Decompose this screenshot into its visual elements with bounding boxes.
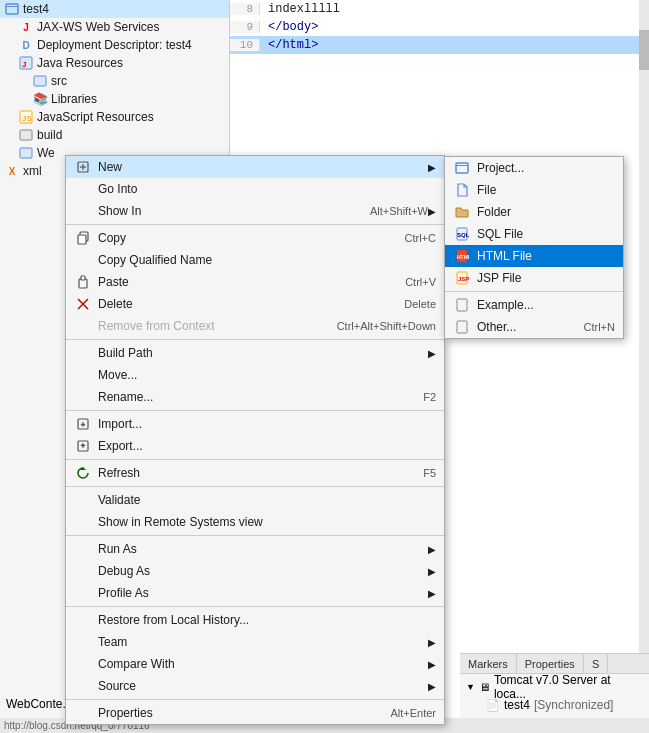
tree-item-jax-ws[interactable]: J JAX-WS Web Services xyxy=(0,18,229,36)
menu-item-profile-as[interactable]: Profile As ▶ xyxy=(66,582,444,604)
team-arrow: ▶ xyxy=(428,637,436,648)
tree-label-java-res: Java Resources xyxy=(37,56,123,70)
profile-as-icon xyxy=(74,584,92,602)
submenu-item-folder[interactable]: Folder xyxy=(445,201,623,223)
line-num-8: 8 xyxy=(230,3,260,15)
build-path-icon xyxy=(74,344,92,362)
tree-item-java-res[interactable]: J Java Resources xyxy=(0,54,229,72)
submenu-item-html[interactable]: HTML HTML File xyxy=(445,245,623,267)
menu-item-show-remote[interactable]: Show in Remote Systems view xyxy=(66,511,444,533)
menu-item-restore-history[interactable]: Restore from Local History... xyxy=(66,609,444,631)
submenu-item-sql[interactable]: SQL SQL File xyxy=(445,223,623,245)
project-check-icon: 📄 xyxy=(486,699,500,712)
import-icon xyxy=(74,415,92,433)
submenu-label-sql: SQL File xyxy=(477,227,523,241)
submenu-label-jsp: JSP File xyxy=(477,271,521,285)
submenu-label-file: File xyxy=(477,183,496,197)
menu-label-remove-context: Remove from Context xyxy=(98,319,317,333)
project-sub-icon xyxy=(453,159,471,177)
submenu-item-file[interactable]: File xyxy=(445,179,623,201)
expand-arrow: ▼ xyxy=(466,682,475,692)
submenu-item-other[interactable]: Other... Ctrl+N xyxy=(445,316,623,338)
menu-item-delete[interactable]: Delete Delete xyxy=(66,293,444,315)
tree-label-test4: test4 xyxy=(23,2,49,16)
svg-rect-13 xyxy=(456,165,468,166)
js-icon: JS xyxy=(18,109,34,125)
menu-item-copy-qualified[interactable]: Copy Qualified Name xyxy=(66,249,444,271)
compare-with-icon xyxy=(74,655,92,673)
tree-item-build[interactable]: build xyxy=(0,126,229,144)
svg-rect-23 xyxy=(78,235,86,244)
submenu-item-jsp[interactable]: JSP JSP File xyxy=(445,267,623,289)
menu-item-team[interactable]: Team ▶ xyxy=(66,631,444,653)
tree-item-src[interactable]: src xyxy=(0,72,229,90)
show-in-icon xyxy=(74,202,92,220)
menu-item-remove-context: Remove from Context Ctrl+Alt+Shift+Down xyxy=(66,315,444,337)
profile-as-arrow: ▶ xyxy=(428,588,436,599)
tree-item-deploy[interactable]: D Deployment Descriptor: test4 xyxy=(0,36,229,54)
menu-item-show-in[interactable]: Show In Alt+Shift+W ▶ xyxy=(66,200,444,222)
menu-label-compare-with: Compare With xyxy=(98,657,428,671)
copy-qualified-icon xyxy=(74,251,92,269)
sep-4 xyxy=(66,459,444,460)
submenu-item-example[interactable]: Example... xyxy=(445,294,623,316)
tree-label-libraries: Libraries xyxy=(51,92,97,106)
menu-item-run-as[interactable]: Run As ▶ xyxy=(66,538,444,560)
html-sub-icon: HTML xyxy=(453,247,471,265)
go-into-icon xyxy=(74,180,92,198)
sep-8 xyxy=(66,699,444,700)
submenu-label-folder: Folder xyxy=(477,205,511,219)
menu-item-rename[interactable]: Rename... F2 xyxy=(66,386,444,408)
menu-item-debug-as[interactable]: Debug As ▶ xyxy=(66,560,444,582)
menu-item-import[interactable]: Import... xyxy=(66,413,444,435)
other-sub-icon xyxy=(453,318,471,336)
tab-properties[interactable]: Properties xyxy=(517,654,584,673)
show-in-arrow: ▶ xyxy=(428,206,436,217)
refresh-shortcut: F5 xyxy=(403,467,436,479)
tab-markers[interactable]: Markers xyxy=(460,654,517,673)
project-name: test4 xyxy=(504,698,530,712)
tree-item-js-res[interactable]: JS JavaScript Resources xyxy=(0,108,229,126)
rename-icon xyxy=(74,388,92,406)
tree-label-js-res: JavaScript Resources xyxy=(37,110,154,124)
menu-label-show-in: Show In xyxy=(98,204,350,218)
menu-item-new[interactable]: New ▶ Project... File xyxy=(66,156,444,178)
arrow-new: ▶ xyxy=(428,162,436,173)
menu-item-build-path[interactable]: Build Path ▶ xyxy=(66,342,444,364)
scrollbar-vertical[interactable] xyxy=(639,0,649,733)
menu-item-export[interactable]: Export... xyxy=(66,435,444,457)
move-icon xyxy=(74,366,92,384)
submenu-label-other: Other... xyxy=(477,320,516,334)
submenu-label-project: Project... xyxy=(477,161,524,175)
menu-item-paste[interactable]: Paste Ctrl+V xyxy=(66,271,444,293)
svg-rect-7 xyxy=(20,130,32,140)
svg-rect-20 xyxy=(457,299,467,311)
menu-item-move[interactable]: Move... xyxy=(66,364,444,386)
tree-item-libraries[interactable]: 📚 Libraries xyxy=(0,90,229,108)
code-line-8: 8 indexlllll xyxy=(230,0,649,18)
copy-shortcut: Ctrl+C xyxy=(385,232,436,244)
menu-item-copy[interactable]: Copy Ctrl+C xyxy=(66,227,444,249)
menu-item-validate[interactable]: Validate xyxy=(66,489,444,511)
svg-rect-0 xyxy=(6,4,18,14)
show-in-shortcut: Alt+Shift+W xyxy=(350,205,428,217)
menu-label-properties: Properties xyxy=(98,706,370,720)
server-item[interactable]: ▼ 🖥 Tomcat v7.0 Server at loca... xyxy=(466,678,643,696)
menu-label-import: Import... xyxy=(98,417,436,431)
example-sub-icon xyxy=(453,296,471,314)
menu-label-new: New xyxy=(98,160,428,174)
tab-s[interactable]: S xyxy=(584,654,608,673)
menu-item-source[interactable]: Source ▶ xyxy=(66,675,444,697)
menu-item-go-into[interactable]: Go Into xyxy=(66,178,444,200)
submenu-item-project[interactable]: Project... xyxy=(445,157,623,179)
tree-item-test4[interactable]: test4 xyxy=(0,0,229,18)
debug-as-icon xyxy=(74,562,92,580)
menu-item-properties[interactable]: Properties Alt+Enter xyxy=(66,702,444,724)
menu-label-validate: Validate xyxy=(98,493,436,507)
menu-item-refresh[interactable]: Refresh F5 xyxy=(66,462,444,484)
server-icon: 🖥 xyxy=(479,681,490,693)
menu-item-compare-with[interactable]: Compare With ▶ xyxy=(66,653,444,675)
sub-sep-1 xyxy=(445,291,623,292)
sql-sub-icon: SQL xyxy=(453,225,471,243)
jax-icon: J xyxy=(18,19,34,35)
